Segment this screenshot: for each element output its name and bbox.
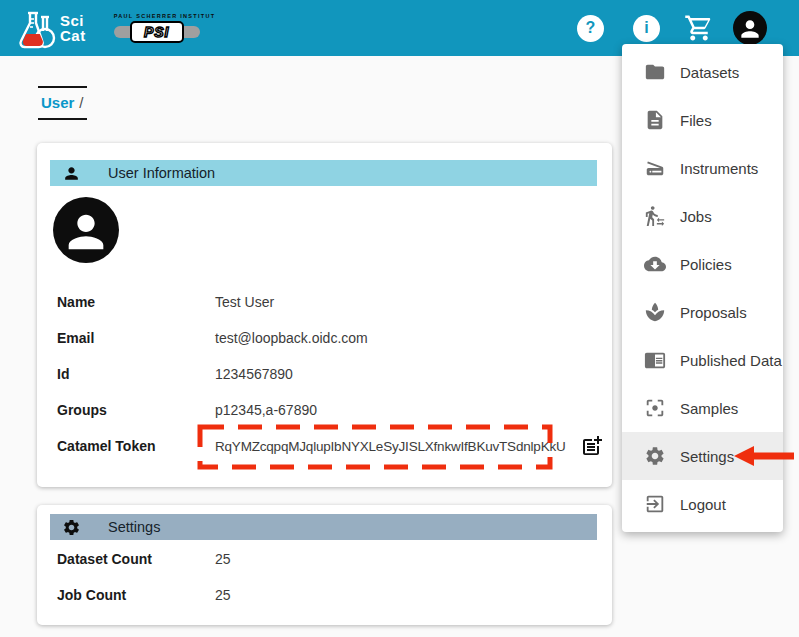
field-value: p12345,a-67890	[215, 402, 612, 418]
user-avatar-button[interactable]	[733, 11, 785, 45]
info-icon: i	[633, 15, 660, 42]
field-value: 1234567890	[215, 366, 612, 382]
field-row-email: Email test@loopback.oidc.com	[37, 320, 612, 356]
cloud-download-icon	[644, 253, 666, 275]
menu-item-label: Logout	[680, 496, 726, 513]
psi-pill: PSI	[114, 21, 206, 43]
field-row-catamel-token: Catamel Token RqYMZcqpqMJqlupIbNYXLeSyJI…	[37, 428, 612, 464]
gear-icon	[62, 518, 81, 537]
breadcrumb-separator: /	[79, 94, 83, 111]
shopping-cart-icon	[684, 13, 714, 43]
field-label: Id	[57, 366, 215, 382]
settings-card-header: Settings	[50, 514, 597, 540]
settings-card: Settings Dataset Count 25 Job Count 25	[37, 505, 612, 625]
field-value: 25	[215, 551, 612, 567]
user-avatar	[53, 197, 119, 263]
menu-item-files[interactable]: Files	[622, 96, 783, 144]
menu-item-jobs[interactable]: Jobs	[622, 192, 783, 240]
menu-item-settings[interactable]: Settings	[622, 432, 783, 480]
file-icon	[644, 109, 666, 131]
scicat-flask-icon	[14, 5, 58, 51]
menu-item-published-data[interactable]: Published Data	[622, 336, 783, 384]
field-row-id: Id 1234567890	[37, 356, 612, 392]
menu-item-datasets[interactable]: Datasets	[622, 48, 783, 96]
menu-item-policies[interactable]: Policies	[622, 240, 783, 288]
menu-item-label: Samples	[680, 400, 738, 417]
field-value: 25	[215, 587, 612, 603]
menu-item-label: Policies	[680, 256, 732, 273]
field-row-dataset-count: Dataset Count 25	[37, 541, 612, 577]
field-value: test@loopback.oidc.com	[215, 330, 612, 346]
menu-item-label: Datasets	[680, 64, 739, 81]
menu-item-label: Settings	[680, 448, 734, 465]
gear-icon	[644, 445, 666, 467]
settings-title: Settings	[108, 519, 160, 535]
psi-acronym-text: PSI	[144, 24, 170, 40]
field-label: Dataset Count	[57, 551, 215, 567]
help-button[interactable]: ?	[577, 15, 604, 42]
center-focus-icon	[644, 397, 666, 419]
avatar-person-icon	[733, 11, 767, 45]
user-fields: Name Test User Email test@loopback.oidc.…	[37, 284, 612, 464]
menu-item-label: Jobs	[680, 208, 712, 225]
person-icon	[62, 164, 81, 183]
psi-box: PSI	[130, 21, 184, 43]
field-value: Test User	[215, 294, 612, 310]
field-label: Name	[57, 294, 215, 310]
help-icon: ?	[577, 15, 604, 42]
menu-item-label: Published Data	[680, 352, 782, 369]
menu-item-samples[interactable]: Samples	[622, 384, 783, 432]
user-dropdown-menu: Datasets Files Instruments Jobs Policies…	[622, 44, 783, 532]
field-row-groups: Groups p12345,a-67890	[37, 392, 612, 428]
scicat-wordmark: Sci Cat	[60, 13, 86, 43]
psi-institute-text: PAUL SCHERRER INSTITUT	[114, 13, 206, 19]
copy-token-icon	[580, 434, 604, 458]
menu-item-label: Files	[680, 112, 712, 129]
menu-item-proposals[interactable]: Proposals	[622, 288, 783, 336]
catamel-token-value: RqYMZcqpqMJqlupIbNYXLeSyJISLXfnkwIfBKuvT…	[215, 439, 566, 454]
field-label: Catamel Token	[57, 438, 215, 454]
menu-item-label: Proposals	[680, 304, 747, 321]
token-cell: RqYMZcqpqMJqlupIbNYXLeSyJISLXfnkwIfBKuvT…	[215, 434, 612, 458]
settings-fields: Dataset Count 25 Job Count 25	[37, 541, 612, 613]
field-label: Groups	[57, 402, 215, 418]
breadcrumb-user-link[interactable]: User	[41, 94, 74, 111]
scicat-text-line2: Cat	[60, 28, 86, 43]
info-button[interactable]: i	[633, 15, 660, 42]
breadcrumb: User/	[38, 86, 87, 120]
menu-item-label: Instruments	[680, 160, 758, 177]
scicat-logo[interactable]: Sci Cat	[14, 5, 86, 51]
field-row-job-count: Job Count 25	[37, 577, 612, 613]
field-label: Job Count	[57, 587, 215, 603]
user-information-title: User Information	[108, 165, 215, 181]
scanner-icon	[644, 157, 666, 179]
user-information-card: User Information Name Test User Email te…	[37, 143, 612, 487]
field-row-name: Name Test User	[37, 284, 612, 320]
avatar-person-icon	[60, 206, 112, 258]
user-information-card-header: User Information	[50, 160, 597, 186]
menu-item-instruments[interactable]: Instruments	[622, 144, 783, 192]
cart-button[interactable]	[684, 13, 714, 43]
field-label: Email	[57, 330, 215, 346]
folder-icon	[644, 61, 666, 83]
reader-icon	[644, 349, 666, 371]
person-walk-icon	[644, 205, 666, 227]
logout-icon	[644, 493, 666, 515]
spa-icon	[644, 301, 666, 323]
psi-logo[interactable]: PAUL SCHERRER INSTITUT PSI	[114, 13, 206, 43]
scicat-text-line1: Sci	[60, 13, 86, 28]
menu-item-logout[interactable]: Logout	[622, 480, 783, 528]
copy-token-button[interactable]	[580, 434, 604, 458]
